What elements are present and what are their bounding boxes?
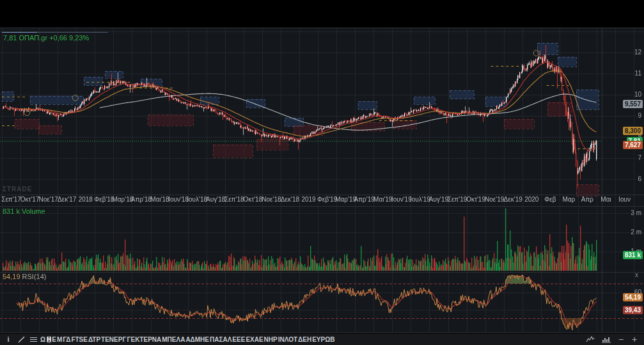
price-axis-tick: 9 — [638, 112, 641, 120]
rsi-pane-close-icon[interactable]: x — [635, 272, 638, 278]
ticker-buttons: ΗΕΜΓΔFTSEΔΤΡΤΕΝΕΡΓΓΕΚΤΕΡΝΑΜΠΕΛΑΑΔΜΗΕΠΑΣΑ… — [47, 336, 334, 343]
symbol-button-ΔΤΡ[interactable]: ΔΤΡ — [88, 336, 100, 343]
symbol-price-label: 7,81 ΟΠΑΠ.gr +0,66 9,23% — [3, 34, 89, 42]
symbol-button-ΔΕΗ[interactable]: ΔΕΗ — [298, 336, 311, 343]
toolbar-right: − + — [585, 335, 641, 344]
x-axis-label: Απρ'18 — [131, 196, 152, 203]
x-axis-label: Σεπ'18 — [224, 196, 244, 203]
timeframe-button-Ε[interactable]: Ε — [52, 336, 56, 343]
symbol-button-ΝΗΡ[interactable]: ΝΗΡ — [264, 336, 278, 343]
symbol-button-ΜΠΕΛΑ[interactable]: ΜΠΕΛΑ — [162, 336, 185, 343]
symbol-button-FTSE[interactable]: FTSE — [71, 336, 88, 343]
x-axis-label: Ιουλ'18 — [187, 196, 207, 203]
x-axis-label: Φεβ'18 — [94, 196, 114, 203]
x-axis-label: 2020 — [524, 196, 538, 203]
x-axis-label: Απρ — [581, 196, 593, 203]
line-chart-icon-glyph — [586, 336, 595, 343]
x-axis-label: Αυγ'18 — [206, 196, 225, 203]
rsi-ma-value-badge: 39,43 — [623, 306, 643, 314]
symbol-button-ΙΝΛΟΤ[interactable]: ΙΝΛΟΤ — [278, 336, 297, 343]
zoom-in-button[interactable]: + — [630, 335, 639, 344]
price-axis-tick: 12 — [634, 49, 641, 56]
info-icon[interactable]: i — [3, 335, 14, 344]
x-axis-label: Ιουν'19 — [391, 196, 412, 203]
trading-app-window: 7,81 ΟΠΑΠ.gr +0,66 9,23% ΣTRADE 831 k Vo… — [0, 0, 644, 345]
symbol-button-ΑΔΜΗΕ[interactable]: ΑΔΜΗΕ — [185, 336, 209, 343]
rsi-name-text: RSI(14) — [22, 273, 47, 280]
x-axis-label: Ιουν'18 — [168, 196, 189, 203]
volume-histogram-icon[interactable] — [601, 335, 612, 344]
x-axis-label: Φεβ — [544, 196, 556, 203]
symbol-button-ΕΕΕ[interactable]: ΕΕΕ — [232, 336, 245, 343]
timeframe-button-Η[interactable]: Η — [47, 336, 51, 343]
x-axis-label: Σεπ'17 — [1, 196, 21, 203]
histogram-icon-glyph — [602, 336, 611, 343]
x-axis-label: Ιουν — [618, 196, 631, 203]
x-axis-label: Μαρ'18 — [112, 196, 133, 203]
x-axis-label: Νοε'17 — [38, 196, 58, 203]
x-axis-label: Δεκ'18 — [281, 196, 299, 203]
x-axis[interactable]: Σεπ'17Οκτ'17Νοε'17Δεκ'172018Φεβ'18Μαρ'18… — [0, 196, 644, 206]
bottom-toolbar: i Ω ΗΕΜΓΔFTSEΔΤΡΤΕΝΕΡΓΓΕΚΤΕΡΝΑΜΠΕΛΑΑΔΜΗΕ… — [0, 333, 644, 345]
rsi-label: 54,19 RSI(14) — [3, 273, 47, 280]
timeframe-button-Μ[interactable]: Μ — [57, 336, 62, 343]
watchlist-icon[interactable] — [28, 335, 39, 344]
x-axis-label: Μαι — [601, 196, 611, 203]
price-axis-tick: 6 — [638, 175, 641, 183]
x-axis-label: Μαι'18 — [150, 196, 169, 203]
x-axis-label: Σεπ'19 — [448, 196, 467, 203]
x-axis-label: Μαρ — [562, 196, 575, 203]
symbol-button-ΕΥΡΩΒ[interactable]: ΕΥΡΩΒ — [312, 336, 334, 343]
chart-overlay: 7,81 ΟΠΑΠ.gr +0,66 9,23% ΣTRADE 831 k Vo… — [0, 0, 644, 345]
x-axis-label: Δεκ'17 — [58, 196, 76, 203]
x-axis-label: Ιουλ'19 — [410, 196, 430, 203]
x-axis-label: Οκτ'19 — [466, 196, 485, 203]
symbol-button-ΓΔ[interactable]: ΓΔ — [63, 336, 70, 343]
rsi-value-badge: 54,19 — [623, 293, 643, 301]
zoom-out-button[interactable]: − — [617, 335, 625, 344]
x-axis-label: Οκτ'17 — [20, 196, 40, 203]
omega-button[interactable]: Ω — [40, 336, 45, 343]
ma-orange-value-badge: 8,300 — [623, 127, 643, 135]
x-axis-label: 2018 — [79, 196, 93, 203]
ma-gray-value-badge: 9,557 — [623, 100, 643, 108]
price-axis-tick: 11 — [635, 70, 641, 77]
x-axis-label: Μαι'19 — [373, 196, 392, 203]
chart-style-icon[interactable] — [585, 335, 596, 344]
x-axis-label: Νοε'19 — [485, 196, 504, 203]
volume-axis-tick: 2 m — [631, 229, 641, 236]
last-volume-badge: 831 k — [623, 251, 643, 259]
volume-label: 831 k Volume — [3, 207, 45, 215]
rsi-value-text: 54,19 — [3, 273, 20, 280]
x-axis-label: Αυγ'19 — [429, 196, 448, 203]
price-axis-tick: 10 — [634, 91, 641, 99]
trendline-tool-icon[interactable] — [15, 335, 27, 344]
symbol-button-ΕΧΑΕ[interactable]: ΕΧΑΕ — [246, 336, 263, 343]
x-axis-label: Μαρ'19 — [335, 196, 356, 203]
trendline-icon-glyph — [18, 336, 25, 343]
x-axis-label: Νοε'18 — [262, 196, 281, 203]
ma-red-value-badge: 7,627 — [623, 141, 643, 149]
symbol-button-ΠΑΣΑΛ[interactable]: ΠΑΣΑΛ — [210, 336, 232, 343]
volume-axis-tick: 3 m — [631, 209, 641, 217]
price-axis-tick: 7 — [638, 154, 641, 162]
x-axis-label: Απρ'19 — [354, 196, 375, 203]
x-axis-label: Φεβ'19 — [317, 196, 337, 203]
x-axis-label: Οκτ'18 — [243, 196, 262, 203]
watermark: ΣTRADE — [3, 186, 32, 193]
symbol-button-ΤΕΝΕΡΓ[interactable]: ΤΕΝΕΡΓ — [101, 336, 126, 343]
x-axis-label: 2019 — [301, 196, 315, 203]
x-axis-label: Δεκ'19 — [504, 196, 522, 203]
symbol-button-ΓΕΚΤΕΡΝΑ[interactable]: ΓΕΚΤΕΡΝΑ — [127, 336, 161, 343]
